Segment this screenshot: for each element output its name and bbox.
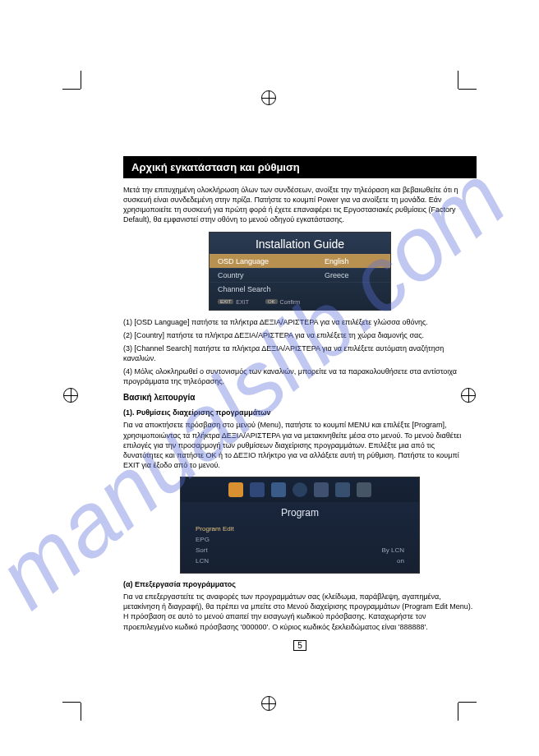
page-number: 5 — [293, 640, 306, 651]
section-title: Αρχική εγκατάσταση και ρύθμιση — [123, 156, 477, 178]
guide-footer: EXITEXIT OKConfirm — [210, 296, 390, 310]
exit-hint: EXITEXIT — [218, 299, 249, 305]
intro-paragraph: Μετά την επιτυχημένη ολοκλήρωση όλων των… — [123, 185, 477, 225]
guide-row-channel-search: Channel Search — [210, 282, 390, 296]
row-epg: EPG — [181, 534, 419, 545]
tab-icon — [314, 482, 329, 497]
row-program-edit: Program Edit — [181, 523, 419, 534]
program-management-body: Για να αποκτήσετε πρόσβαση στο μενού (Me… — [123, 420, 477, 470]
tab-icon — [250, 482, 265, 497]
document-page: Αρχική εγκατάσταση και ρύθμιση Μετά την … — [123, 156, 477, 651]
row-sort: SortBy LCN — [181, 545, 419, 555]
guide-title: Installation Guide — [210, 233, 390, 254]
confirm-hint: OKConfirm — [265, 299, 300, 305]
step-3: (3) [Channel Search] πατήστε τα πλήκτρα … — [123, 343, 477, 363]
guide-row-country: Country Greece — [210, 268, 390, 282]
tab-icon — [335, 482, 350, 497]
program-edit-heading: (α) Επεξεργασία προγράμματος — [123, 580, 477, 588]
step-1: (1) [OSD Language] πατήστε τα πλήκτρα ΔΕ… — [123, 317, 477, 327]
tab-icon — [271, 482, 286, 497]
tab-icon — [293, 482, 307, 497]
menu-icon-strip — [181, 477, 419, 502]
program-management-heading: (1). Ρυθμίσεις διαχείρισης προγραμμάτων — [123, 408, 477, 417]
row-lcn: LCNon — [181, 555, 419, 573]
basic-operation-heading: Βασική λειτουργία — [123, 393, 477, 402]
tab-icon — [357, 482, 371, 497]
installation-guide-screenshot: Installation Guide OSD Language English … — [209, 232, 391, 311]
program-menu-title: Program — [181, 502, 419, 523]
step-4: (4) Μόλις ολοκληρωθεί ο συντονισμός των … — [123, 366, 477, 386]
program-edit-body: Για να επεξεργαστείτε τις αναφορές των π… — [123, 592, 477, 632]
guide-row-osd-language: OSD Language English — [210, 254, 390, 268]
program-menu-screenshot: Program Program Edit EPG SortBy LCN LCNo… — [180, 477, 420, 574]
step-2: (2) [Country] πατήστε τα πλήκτρα ΔΕΞΙΑ/Α… — [123, 330, 477, 340]
program-tab-icon — [228, 482, 243, 497]
